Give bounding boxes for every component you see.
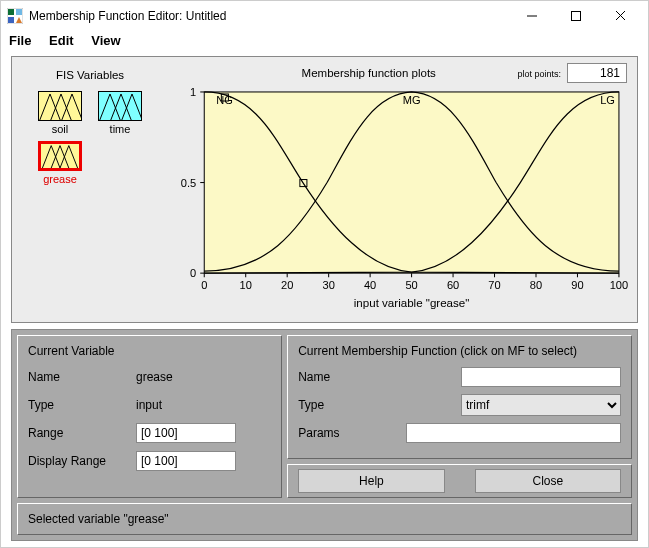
cmf-type-label: Type [298,398,398,412]
svg-rect-2 [16,9,22,15]
svg-text:100: 100 [610,279,628,291]
svg-text:1: 1 [190,86,196,98]
mf-label-mg: MG [403,94,421,106]
mf-label-ng: NG [216,94,233,106]
svg-text:0: 0 [190,267,196,279]
cmf-type-select[interactable]: trimf [461,394,621,416]
maximize-button[interactable] [554,2,598,30]
mf-label-lg: LG [600,94,615,106]
cv-type-label: Type [28,398,128,412]
fis-var-grease-label: grease [43,173,77,185]
cv-name-value: grease [136,370,271,384]
current-mf-title: Current Membership Function (click on MF… [298,344,621,358]
menu-view[interactable]: View [91,33,120,48]
svg-text:30: 30 [322,279,334,291]
upper-panel: FIS Variables soil time grease [11,56,638,323]
fis-var-time-label: time [110,123,131,135]
svg-text:90: 90 [571,279,583,291]
svg-text:0: 0 [201,279,207,291]
window-title: Membership Function Editor: Untitled [29,9,510,23]
fis-var-soil[interactable]: soil [35,91,85,135]
svg-text:10: 10 [240,279,252,291]
help-button[interactable]: Help [298,469,444,493]
menu-file[interactable]: File [9,33,31,48]
plot-points-label: plot points: [517,69,561,79]
cv-range-input[interactable] [136,423,236,443]
cmf-name-input[interactable] [461,367,621,387]
current-mf-panel: Current Membership Function (click on MF… [287,335,632,459]
svg-text:40: 40 [364,279,376,291]
svg-rect-3 [8,17,14,23]
current-variable-title: Current Variable [28,344,271,358]
svg-rect-8 [204,92,619,273]
svg-text:50: 50 [405,279,417,291]
cmf-params-label: Params [298,426,398,440]
fis-var-time[interactable]: time [95,91,145,135]
fis-var-soil-icon [38,91,82,121]
fis-variables-panel: FIS Variables soil time grease [20,63,160,316]
plot-title: Membership function plots [166,67,511,79]
cv-disprange-input[interactable] [136,451,236,471]
cmf-params-input[interactable] [406,423,621,443]
svg-text:0.5: 0.5 [181,176,196,188]
lower-panel: Current Variable Name grease Type input … [11,329,638,541]
status-text: Selected variable "grease" [28,512,169,526]
cv-type-value: input [136,398,271,412]
close-button-panel[interactable]: Close [475,469,621,493]
fis-var-time-icon [98,91,142,121]
app-icon [7,8,23,24]
minimize-button[interactable] [510,2,554,30]
svg-text:70: 70 [488,279,500,291]
fis-variables-title: FIS Variables [56,69,124,81]
button-panel: Help Close [287,464,632,498]
menubar: File Edit View [1,31,648,54]
titlebar: Membership Function Editor: Untitled [1,1,648,31]
svg-text:80: 80 [530,279,542,291]
status-panel: Selected variable "grease" [17,503,632,535]
svg-text:60: 60 [447,279,459,291]
fis-var-grease[interactable]: grease [35,141,85,185]
cv-range-label: Range [28,426,128,440]
svg-rect-1 [8,9,14,15]
cmf-name-label: Name [298,370,398,384]
fis-var-soil-label: soil [52,123,69,135]
svg-rect-5 [572,11,581,20]
plot-panel: Membership function plots plot points: 0… [166,63,629,316]
current-variable-panel: Current Variable Name grease Type input … [17,335,282,498]
mf-plot[interactable]: 0 0.5 1 0 10 20 30 40 50 60 70 80 [166,81,629,316]
fis-var-grease-icon [38,141,82,171]
cv-disprange-label: Display Range [28,454,128,468]
cv-name-label: Name [28,370,128,384]
svg-text:20: 20 [281,279,293,291]
menu-edit[interactable]: Edit [49,33,74,48]
plot-xlabel: input variable "grease" [354,297,470,309]
plot-points-input[interactable] [567,63,627,83]
close-button[interactable] [598,2,642,30]
